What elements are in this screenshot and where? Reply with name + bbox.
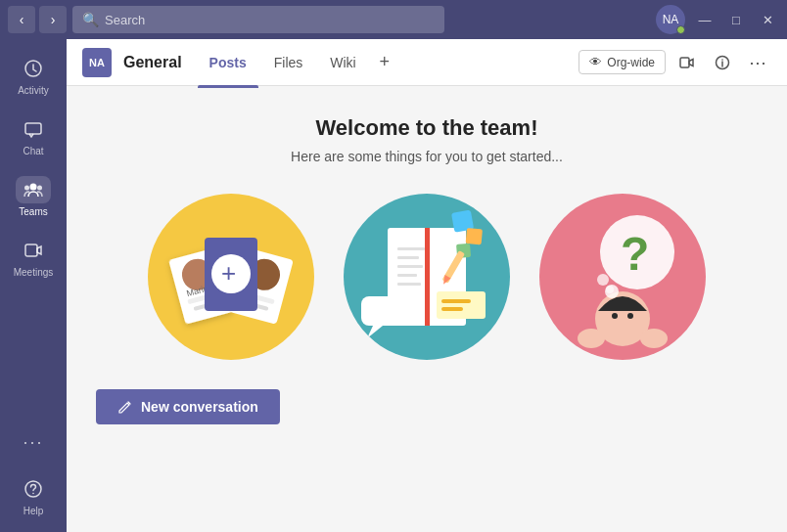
sidebar-item-meetings[interactable]: Meetings <box>0 229 67 286</box>
new-conversation-button[interactable]: New conversation <box>96 389 280 424</box>
meetings-icon <box>16 237 51 264</box>
tab-posts[interactable]: Posts <box>198 51 258 74</box>
sidebar-item-teams-label: Teams <box>19 206 47 217</box>
sidebar-item-help[interactable]: Help <box>0 467 67 524</box>
svg-rect-25 <box>397 247 425 250</box>
svg-rect-30 <box>361 296 402 326</box>
svg-rect-28 <box>397 274 417 277</box>
sidebar-item-help-label: Help <box>23 506 44 516</box>
welcome-title: Welcome to the team! <box>316 115 538 141</box>
chat-icon <box>16 115 51 143</box>
svg-point-46 <box>597 274 609 286</box>
video-call-button[interactable] <box>673 49 701 76</box>
help-icon <box>16 475 51 503</box>
svg-rect-29 <box>397 283 421 286</box>
svg-point-9 <box>721 59 723 61</box>
svg-point-43 <box>578 329 605 348</box>
svg-rect-0 <box>25 123 41 134</box>
sidebar-item-chat[interactable]: Chat <box>0 108 67 164</box>
header-actions: 👁 Org-wide ⋯ <box>579 49 771 76</box>
sidebar-item-activity-label: Activity <box>18 85 49 96</box>
avatar[interactable]: NA <box>656 5 685 34</box>
minimize-button[interactable]: — <box>693 8 717 31</box>
svg-rect-35 <box>437 291 486 319</box>
close-button[interactable]: ✕ <box>756 8 779 31</box>
svg-rect-33 <box>466 228 483 244</box>
sidebar-item-activity[interactable]: Activity <box>0 47 67 104</box>
titlebar: ‹ › 🔍 Search NA — □ ✕ <box>0 0 787 39</box>
avatar-initials: NA <box>663 13 679 26</box>
teams-icon <box>16 176 51 203</box>
search-icon: 🔍 <box>82 12 99 27</box>
channel-name: General <box>123 54 182 71</box>
channel-header: NA General Posts Files Wiki + 👁 Org-wide <box>67 39 787 86</box>
question-svg: ? <box>539 194 706 360</box>
more-options-button[interactable]: ⋯ <box>744 49 771 76</box>
svg-text:?: ? <box>621 228 649 280</box>
content-area: NA General Posts Files Wiki + 👁 Org-wide <box>67 39 787 532</box>
svg-rect-36 <box>441 299 471 303</box>
org-wide-button[interactable]: 👁 Org-wide <box>579 50 666 74</box>
svg-point-42 <box>627 313 633 319</box>
welcome-subtitle: Here are some things for you to get star… <box>291 149 563 164</box>
tab-files[interactable]: Files <box>262 51 315 74</box>
titlebar-left: ‹ › 🔍 Search <box>8 6 444 33</box>
svg-rect-27 <box>397 265 423 268</box>
svg-text:+: + <box>221 258 236 288</box>
search-bar[interactable]: 🔍 Search <box>72 6 444 33</box>
search-placeholder: Search <box>105 13 145 27</box>
svg-point-1 <box>30 184 37 191</box>
svg-point-41 <box>612 313 618 319</box>
sidebar-item-more[interactable]: ··· <box>0 421 67 464</box>
avatar-status <box>676 25 685 34</box>
tab-wiki[interactable]: Wiki <box>318 51 367 74</box>
svg-rect-24 <box>425 228 430 326</box>
svg-rect-4 <box>25 244 37 256</box>
svg-point-2 <box>24 186 29 191</box>
sidebar-item-meetings-label: Meetings <box>14 267 54 278</box>
sidebar-item-chat-label: Chat <box>23 146 43 156</box>
people-svg: Marine Ty <box>148 194 314 360</box>
main-content: Welcome to the team! Here are some thing… <box>67 86 787 532</box>
channel-tabs: Posts Files Wiki + <box>198 50 397 75</box>
forward-button[interactable]: › <box>39 6 67 33</box>
app-body: Activity Chat Teams <box>0 39 787 532</box>
add-tab-button[interactable]: + <box>372 50 397 75</box>
compose-icon <box>117 399 133 415</box>
illustration-row: Marine Ty <box>148 194 706 360</box>
sidebar: Activity Chat Teams <box>0 39 67 532</box>
back-button[interactable]: ‹ <box>8 6 35 33</box>
svg-rect-26 <box>397 256 419 259</box>
titlebar-right: NA — □ ✕ <box>656 5 779 34</box>
notebook-svg <box>344 194 510 360</box>
svg-rect-7 <box>680 58 689 67</box>
eye-icon: 👁 <box>589 55 602 69</box>
sidebar-item-teams[interactable]: Teams <box>0 168 67 225</box>
illustration-people: Marine Ty <box>148 194 314 360</box>
info-button[interactable] <box>709 49 736 76</box>
channel-badge: NA <box>82 48 112 77</box>
activity-icon <box>16 55 51 82</box>
svg-point-49 <box>605 285 619 298</box>
svg-point-3 <box>37 186 42 191</box>
svg-point-6 <box>32 493 34 495</box>
illustration-question: ? <box>539 194 706 360</box>
svg-point-44 <box>640 329 668 348</box>
maximize-button[interactable]: □ <box>724 8 748 31</box>
illustration-notebook <box>344 194 510 360</box>
svg-rect-37 <box>441 307 463 311</box>
titlebar-nav: ‹ › <box>8 6 67 33</box>
svg-marker-31 <box>367 326 383 338</box>
more-icon: ··· <box>16 428 51 456</box>
